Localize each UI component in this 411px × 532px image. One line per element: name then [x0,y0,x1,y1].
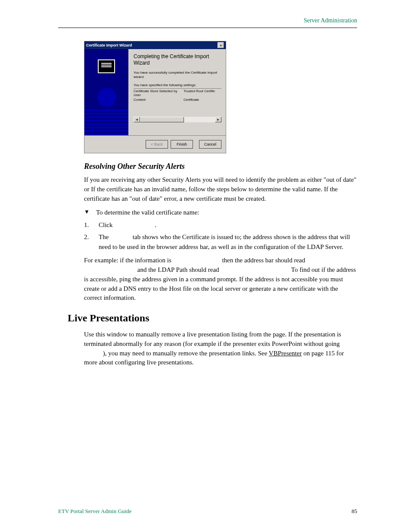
wizard-side-graphic [84,49,128,135]
table-cell: Trusted Root Certific [184,89,221,97]
wizard-text-1: You have successfully completed the Cert… [134,71,221,79]
section-heading: Live Presentations [68,312,357,324]
page-footer: ETV Portal Server Admin Guide 85 [58,508,357,515]
body-paragraph: Use this window to manually remove a liv… [84,330,357,367]
table-row: Certificate Store Selected by User Trust… [134,89,221,97]
link-vbpresenter[interactable]: VBPresenter [269,350,302,357]
body-paragraph: For example: if the information is then … [84,256,357,303]
body-paragraph: If you are receiving any other Security … [84,175,357,203]
table-cell: Certificate Store Selected by User [134,89,181,97]
wizard-heading: Completing the Certificate Import Wizard [134,53,221,66]
text-span: and the LDAP Path should read [137,266,221,273]
wizard-titlebar: Certificate Import Wizard × [84,41,226,49]
close-icon[interactable]: × [218,42,224,48]
text-span: If the certificate has an invalid name, … [84,186,338,202]
text-span: Use this window to manually remove a liv… [84,331,273,338]
text-span: . [155,221,156,228]
text-span: ), you may need to manually remove the p… [103,350,269,357]
wizard-title-text: Certificate Import Wizard [86,43,132,47]
cancel-button[interactable]: Cancel [199,140,221,149]
table-cell: Content [134,98,181,102]
step-item: 1. Click . [84,220,357,230]
step-number: 2. [84,232,93,252]
step-text: Click . [99,220,357,230]
scroll-thumb[interactable] [140,117,184,122]
header-breadcrumb: Server Administration [58,17,357,24]
side-circle-graphic [97,88,116,107]
wizard-button-row: < Back Finish Cancel [84,135,226,153]
step-number: 1. [84,220,93,230]
step-item: 2. The tab shows who the Certificate is … [84,232,357,252]
procedure-intro: ▼ To determine the valid certificate nam… [84,208,357,218]
wizard-dialog: Certificate Import Wizard × Completing t… [84,41,226,153]
page-number: 85 [352,508,357,515]
scroll-right-icon[interactable]: ► [215,117,221,122]
text-span: For example: if the information is [84,257,173,264]
scroll-left-icon[interactable]: ◄ [134,117,140,122]
side-bars-graphic [84,109,128,135]
text-span: Click [99,221,114,228]
back-button[interactable]: < Back [146,140,168,149]
subsection-heading: Resolving Other Security Alerts [84,162,357,171]
certificate-icon [98,59,115,73]
scroll-track[interactable] [140,117,215,122]
text-span: then the address bar should read [222,257,305,264]
text-span: tab shows who the Certificate is issued … [99,233,350,250]
table-row: Content Certificate [134,97,221,102]
header-rule [58,28,357,28]
finish-button[interactable]: Finish [171,140,193,149]
footer-guide-title: ETV Portal Server Admin Guide [58,508,131,515]
text-span: The [99,233,110,240]
wizard-screenshot: Certificate Import Wizard × Completing t… [84,41,357,153]
horizontal-scrollbar[interactable]: ◄ ► [134,117,221,122]
table-cell: Certificate [184,98,221,102]
wizard-text-2: You have specified the following setting… [134,83,221,87]
wizard-settings-table: Certificate Store Selected by User Trust… [134,88,221,102]
step-text: The tab shows who the Certificate is iss… [99,232,357,252]
procedure-intro-text: To determine the valid certificate name: [96,208,357,218]
triangle-bullet-icon: ▼ [84,208,91,218]
